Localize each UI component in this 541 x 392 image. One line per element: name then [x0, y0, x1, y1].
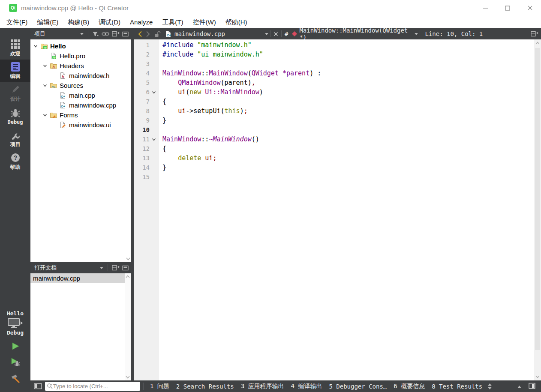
code-line[interactable]: MainWindow::~MainWindow()	[162, 135, 534, 144]
sync-link-icon[interactable]	[102, 31, 109, 37]
scroll-up-icon[interactable]	[535, 42, 540, 45]
output-pane-button-5[interactable]: 5 Debugger Cons…	[325, 383, 390, 390]
kit-selector[interactable]: Hello Debug	[0, 307, 30, 336]
menu-item-4[interactable]: 调试(D)	[94, 16, 125, 28]
chevron-down-icon[interactable]	[99, 266, 104, 269]
toggle-left-sidebar-button[interactable]	[34, 383, 42, 389]
menu-bar: 文件(F)编辑(E)构建(B)调试(D)Analyze工具(T)控件(W)帮助(…	[0, 16, 541, 28]
scroll-up-icon[interactable]	[126, 275, 130, 278]
tree-item-forms[interactable]: Forms	[30, 110, 131, 120]
tree-item-hello-pro[interactable]: QtHello.pro	[30, 51, 131, 61]
mode-help[interactable]: ?帮助	[0, 150, 30, 173]
menu-item-7[interactable]: 控件(W)	[188, 16, 221, 28]
gutter-row: 4	[134, 69, 159, 78]
menu-item-1[interactable]: 文件(F)	[2, 16, 32, 28]
tree-item-mainwindow-ui[interactable]: mainwindow.ui	[30, 120, 131, 130]
maximize-output-pane-button[interactable]	[517, 383, 522, 390]
output-pane-menu-button[interactable]	[486, 383, 494, 390]
tree-item-mainwindow-cpp[interactable]: C+mainwindow.cpp	[30, 100, 131, 110]
code-line[interactable]: ui->setupUi(this);	[162, 106, 534, 116]
collapse-panel-icon[interactable]	[122, 265, 129, 271]
code-line[interactable]: MainWindow::MainWindow(QWidget *parent) …	[162, 69, 534, 78]
open-document-mainwindow-cpp[interactable]: mainwindow.cpp	[30, 273, 125, 283]
fold-marker-icon[interactable]	[150, 138, 158, 141]
chevron-down-icon[interactable]	[80, 33, 84, 36]
code-line[interactable]: }	[162, 163, 534, 172]
mode-welcome[interactable]: 欢迎	[0, 37, 30, 60]
code-content[interactable]: #include "mainwindow.h"#include "ui_main…	[159, 39, 534, 380]
split-editor-icon[interactable]	[531, 31, 538, 37]
output-pane-button-3[interactable]: 3 应用程序输出	[237, 383, 288, 390]
locator-input[interactable]	[53, 383, 132, 389]
locator-box[interactable]	[45, 382, 140, 391]
tree-item-headers[interactable]: hHeaders	[30, 61, 131, 71]
code-line[interactable]: #include "mainwindow.h"	[162, 40, 534, 50]
output-pane-button-1[interactable]: 1 问题	[147, 383, 173, 390]
menu-item-8[interactable]: 帮助(H)	[221, 16, 252, 28]
tree-item-main-cpp[interactable]: C+main.cpp	[30, 90, 131, 100]
scrollbar-thumb[interactable]	[535, 48, 540, 350]
code-line[interactable]: #include "ui_mainwindow.h"	[162, 50, 534, 59]
code-line[interactable]: delete ui;	[162, 153, 534, 163]
chevron-down-icon[interactable]	[32, 44, 39, 48]
code-token: MainWindow	[209, 69, 247, 77]
document-selector[interactable]: C+ mainwindow.cpp	[165, 30, 269, 38]
code-line[interactable]	[162, 172, 534, 182]
code-token: ->setupUi(	[186, 107, 224, 115]
split-panel-icon[interactable]	[112, 265, 120, 271]
tree-item-mainwindow-h[interactable]: hmainwindow.h	[30, 71, 131, 81]
chevron-down-icon[interactable]	[42, 64, 48, 68]
code-editor[interactable]: 123456789101112131415 #include "mainwind…	[134, 39, 541, 380]
code-line[interactable]	[162, 59, 534, 69]
menu-item-5[interactable]: Analyze	[125, 16, 157, 28]
mode-edit[interactable]: 编辑	[0, 60, 30, 82]
code-token: MainWindow	[162, 69, 201, 77]
go-forward-button[interactable]	[144, 31, 152, 37]
scroll-down-icon[interactable]	[126, 257, 130, 260]
play-icon	[11, 342, 20, 352]
target-selector[interactable]	[7, 317, 23, 329]
code-line[interactable]: }	[162, 116, 534, 125]
toggle-right-sidebar-button[interactable]	[529, 383, 536, 390]
scrollbar[interactable]	[125, 273, 131, 380]
tree-item-hello[interactable]: QtHello	[30, 41, 131, 51]
editor-scrollbar[interactable]	[534, 39, 541, 380]
start-debugging-button[interactable]	[10, 358, 21, 368]
output-pane-button-6[interactable]: 6 概要信息	[390, 383, 428, 390]
close-button[interactable]	[519, 0, 541, 16]
close-document-button[interactable]	[272, 32, 280, 36]
menu-item-2[interactable]: 编辑(E)	[32, 16, 63, 28]
mode-debug[interactable]: Debug	[0, 105, 30, 128]
line-number: 9	[134, 117, 150, 124]
mode-projects[interactable]: 项目	[0, 128, 30, 150]
output-pane-button-4[interactable]: 4 编译输出	[288, 383, 326, 390]
window-controls	[474, 0, 541, 16]
chevron-down-icon[interactable]	[42, 84, 48, 87]
file-lock-button[interactable]	[152, 31, 162, 37]
tree-item-sources[interactable]: C+Sources	[30, 81, 131, 90]
scroll-down-icon[interactable]	[535, 375, 540, 378]
split-panel-icon[interactable]	[112, 31, 120, 37]
menu-item-6[interactable]: 工具(T)	[157, 16, 188, 28]
chevron-down-icon[interactable]	[42, 113, 48, 117]
menu-item-3[interactable]: 构建(B)	[63, 16, 94, 28]
scroll-down-icon[interactable]	[126, 376, 130, 379]
filter-icon[interactable]	[92, 31, 99, 37]
qtfile-icon: Qt	[49, 52, 57, 60]
build-button[interactable]	[10, 374, 21, 385]
minimize-button[interactable]	[474, 0, 496, 16]
overview-symbol[interactable]: #	[283, 30, 290, 37]
run-button[interactable]	[11, 342, 20, 352]
code-line[interactable]	[162, 125, 534, 135]
maximize-button[interactable]	[496, 0, 519, 16]
output-pane-button-2[interactable]: 2 Search Results	[173, 383, 237, 390]
output-pane-button-7[interactable]: 8 Test Results	[428, 383, 486, 390]
code-line[interactable]: QMainWindow(parent),	[162, 78, 534, 87]
fold-marker-icon[interactable]	[150, 90, 158, 94]
code-line[interactable]: ui(new Ui::MainWindow)	[162, 87, 534, 97]
symbol-selector[interactable]: MainWindow::MainWindow(QWidget *)	[290, 27, 418, 41]
collapse-panel-icon[interactable]	[122, 31, 129, 37]
code-line[interactable]: {	[162, 144, 534, 153]
go-back-button[interactable]	[136, 31, 144, 37]
code-line[interactable]: {	[162, 97, 534, 106]
